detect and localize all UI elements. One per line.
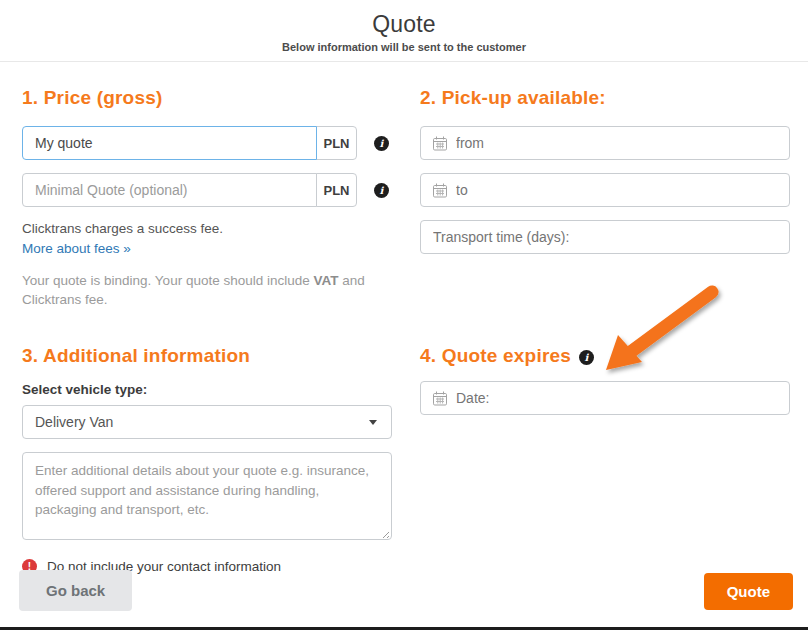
pickup-to-field[interactable] [420,173,790,207]
transport-time-input[interactable] [433,229,777,245]
expires-heading-row: 4. Quote expires i [420,345,790,367]
pickup-from-input[interactable] [456,135,777,151]
vehicle-type-select[interactable]: Delivery Van [22,405,392,439]
expiry-date-input[interactable] [456,390,777,406]
binding-note-text: Your quote is binding. Your quote should… [22,273,313,288]
section-expires: 4. Quote expires i [420,345,790,574]
vehicle-type-label: Select vehicle type: [22,382,392,397]
quote-price-input[interactable] [22,126,317,160]
quote-price-row: PLN i [22,126,392,160]
window-bottom-edge [0,627,808,630]
fee-note: Clicktrans charges a success fee. [22,220,392,239]
currency-suffix: PLN [316,173,357,207]
quote-price-group: PLN [22,126,357,160]
pickup-from-field[interactable] [420,126,790,160]
section-pickup: 2. Pick-up available: [420,87,790,310]
calendar-icon [433,183,447,198]
price-heading: 1. Price (gross) [22,87,392,109]
info-icon[interactable]: i [374,183,389,198]
calendar-icon [433,391,447,406]
binding-note-vat: VAT [313,273,338,288]
vehicle-type-value: Delivery Van [35,414,113,430]
more-about-fees-link[interactable]: More about fees » [22,241,131,256]
info-icon[interactable]: i [579,350,594,365]
chevron-down-icon [369,420,377,425]
go-back-button[interactable]: Go back [19,570,132,611]
quote-modal: Quote Below information will be sent to … [0,0,808,632]
binding-note: Your quote is binding. Your quote should… [22,271,382,310]
currency-suffix: PLN [316,126,357,160]
minimal-quote-row: PLN i [22,173,392,207]
modal-header: Quote Below information will be sent to … [0,0,808,62]
section-price: 1. Price (gross) PLN i PLN i Clicktrans … [22,87,392,310]
additional-heading: 3. Additional information [22,345,392,367]
submit-quote-button[interactable]: Quote [704,573,793,610]
details-textarea-wrap [22,452,392,544]
pickup-heading: 2. Pick-up available: [420,87,790,109]
form-body: 1. Price (gross) PLN i PLN i Clicktrans … [0,62,808,574]
info-icon[interactable]: i [374,136,389,151]
expires-heading: 4. Quote expires [420,345,571,367]
minimal-quote-group: PLN [22,173,357,207]
modal-footer: Go back Quote [19,570,793,611]
details-textarea[interactable] [22,452,392,540]
page-title: Quote [0,11,808,38]
pickup-to-input[interactable] [456,182,777,198]
calendar-icon [433,136,447,151]
page-subtitle: Below information will be sent to the cu… [0,41,808,53]
section-additional: 3. Additional information Select vehicle… [22,345,392,574]
transport-time-field[interactable] [420,220,790,254]
minimal-quote-input[interactable] [22,173,317,207]
expiry-date-field[interactable] [420,381,790,415]
